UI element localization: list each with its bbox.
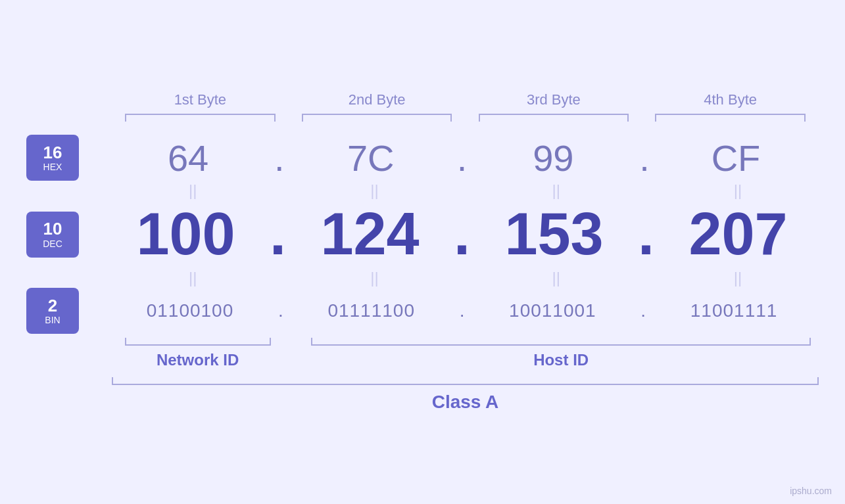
dec-base-text: DEC xyxy=(43,239,62,249)
host-id-label: Host ID xyxy=(533,351,589,369)
dec-dot-2: . xyxy=(450,200,473,268)
dec-byte3: 153 xyxy=(473,200,635,268)
dec-dot-1: . xyxy=(266,200,289,268)
hex-byte4: CF xyxy=(653,137,819,179)
eq-cell-2-2: || xyxy=(293,269,455,287)
bin-dot-3: . xyxy=(637,300,649,321)
dec-byte4: 207 xyxy=(658,200,819,268)
hex-row: 16 HEX 64 . 7C . 99 . CF xyxy=(26,135,819,181)
eq-cell-1-2: || xyxy=(293,181,455,200)
bin-row: 2 BIN 01100100 . 01111100 . 10011001 . 1… xyxy=(26,288,819,334)
bracket-cell-3 xyxy=(466,114,642,122)
bin-badge: 2 BIN xyxy=(26,288,79,334)
eq-row-1: || || || || xyxy=(26,181,819,200)
bracket-cell-4 xyxy=(642,114,819,122)
dot-spacer-1 xyxy=(283,338,303,369)
byte2-header: 2nd Byte xyxy=(289,91,466,108)
bin-val-2: 01111100 xyxy=(327,300,415,321)
bin-byte4: 11001111 xyxy=(649,300,819,321)
hex-base-text: HEX xyxy=(43,162,62,172)
bracket-top-1 xyxy=(125,114,275,122)
bin-base-text: BIN xyxy=(45,315,60,325)
dec-val-1: 100 xyxy=(136,201,235,267)
bracket-top-2 xyxy=(302,114,452,122)
bracket-top-4 xyxy=(655,114,805,122)
main-container: 1st Byte 2nd Byte 3rd Byte 4th Byte 16 H… xyxy=(0,0,845,504)
bracket-cell-2 xyxy=(289,114,466,122)
byte3-header: 3rd Byte xyxy=(466,91,642,108)
hex-badge: 16 HEX xyxy=(26,135,79,181)
hex-val-3: 99 xyxy=(533,137,573,179)
hex-label-area: 16 HEX xyxy=(26,135,105,181)
byte1-header: 1st Byte xyxy=(112,91,289,108)
dec-val-4: 207 xyxy=(688,201,787,267)
hex-dot-3: . xyxy=(636,137,653,179)
dec-val-3: 153 xyxy=(504,201,603,267)
bin-byte1: 01100100 xyxy=(105,300,275,321)
eq-1-2: || xyxy=(370,181,378,200)
dec-byte2: 124 xyxy=(289,200,450,268)
bin-dot-1: . xyxy=(275,300,287,321)
hex-byte3: 99 xyxy=(470,137,636,179)
network-id-area: Network ID xyxy=(112,338,283,369)
hex-base-num: 16 xyxy=(43,143,62,162)
hex-val-2: 7C xyxy=(347,137,395,179)
hex-byte1: 64 xyxy=(105,137,271,179)
byte4-header: 4th Byte xyxy=(642,91,819,108)
network-id-label: Network ID xyxy=(157,351,239,369)
dec-label-area: 10 DEC xyxy=(26,212,105,258)
eq-2-3: || xyxy=(552,269,560,287)
eq-row-2: || || || || xyxy=(26,268,819,288)
bin-byte2: 01111100 xyxy=(287,300,456,321)
dec-dot-3: . xyxy=(635,200,658,268)
host-bracket xyxy=(311,338,811,346)
bin-val-3: 10011001 xyxy=(509,300,596,321)
eq-1-1: || xyxy=(189,181,197,200)
bin-values-row: 01100100 . 01111100 . 10011001 . 1100111… xyxy=(105,300,819,321)
class-bracket xyxy=(112,377,819,385)
bracket-top-3 xyxy=(479,114,629,122)
eq-cell-2-4: || xyxy=(657,269,819,287)
eq-cell-2-1: || xyxy=(112,269,274,287)
class-area: Class A xyxy=(26,377,819,413)
bin-dot-2: . xyxy=(456,300,468,321)
hex-val-1: 64 xyxy=(168,137,208,179)
eq-cell-2-3: || xyxy=(475,269,637,287)
hex-values-row: 64 . 7C . 99 . CF xyxy=(105,137,819,179)
eq-2-1: || xyxy=(189,269,197,287)
dec-byte1: 100 xyxy=(105,200,266,268)
network-bracket xyxy=(125,338,271,346)
dec-val-2: 124 xyxy=(320,201,419,267)
bin-base-num: 2 xyxy=(48,296,57,315)
eq-2-4: || xyxy=(734,269,742,287)
eq-cell-1-1: || xyxy=(112,181,274,200)
eq-cell-1-3: || xyxy=(475,181,637,200)
hex-val-4: CF xyxy=(712,137,761,179)
bin-val-1: 01100100 xyxy=(147,300,234,321)
host-id-area: Host ID xyxy=(303,338,819,369)
bin-val-4: 11001111 xyxy=(690,300,778,321)
bracket-cell-1 xyxy=(112,114,289,122)
net-host-brackets: Network ID Host ID xyxy=(26,338,819,369)
hex-byte2: 7C xyxy=(288,137,454,179)
byte-headers-row: 1st Byte 2nd Byte 3rd Byte 4th Byte xyxy=(26,91,819,108)
hex-dot-1: . xyxy=(271,137,288,179)
bin-label-area: 2 BIN xyxy=(26,288,105,334)
eq-1-4: || xyxy=(734,181,742,200)
watermark: ipshu.com xyxy=(790,486,832,496)
dec-base-num: 10 xyxy=(43,219,62,239)
dec-badge: 10 DEC xyxy=(26,212,79,258)
class-label: Class A xyxy=(112,392,819,413)
bin-byte3: 10011001 xyxy=(468,300,637,321)
top-brackets-row xyxy=(26,114,819,122)
eq-cell-1-4: || xyxy=(657,181,819,200)
eq-2-2: || xyxy=(370,269,378,287)
hex-dot-2: . xyxy=(454,137,471,179)
dec-values-row: 100 . 124 . 153 . 207 xyxy=(105,200,819,268)
eq-1-3: || xyxy=(552,181,560,200)
dec-row: 10 DEC 100 . 124 . 153 . 207 xyxy=(26,200,819,268)
